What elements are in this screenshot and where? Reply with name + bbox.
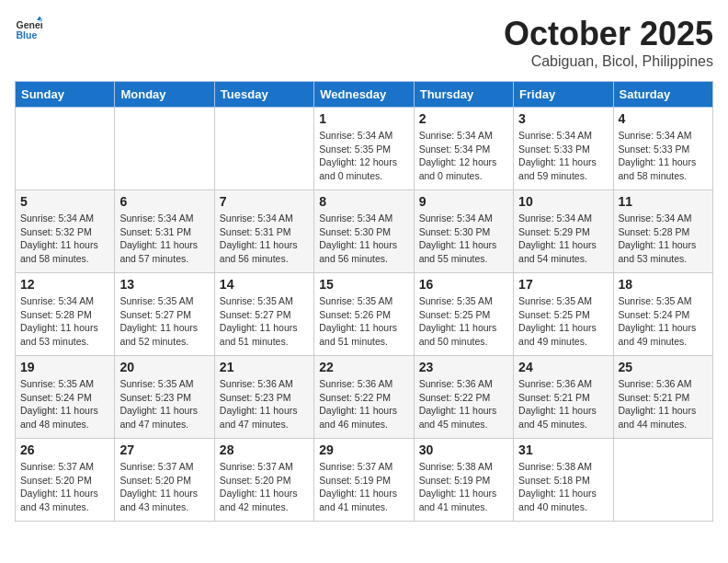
day-info: Sunrise: 5:37 AM Sunset: 5:20 PM Dayligh… (119, 460, 209, 514)
calendar-week-4: 26Sunrise: 5:37 AM Sunset: 5:20 PM Dayli… (16, 439, 713, 522)
calendar-cell (613, 439, 712, 522)
calendar-week-0: 1Sunrise: 5:34 AM Sunset: 5:35 PM Daylig… (16, 108, 713, 190)
calendar-cell (214, 108, 313, 190)
day-number: 6 (119, 194, 209, 209)
calendar-header-monday: Monday (115, 82, 214, 108)
day-info: Sunrise: 5:34 AM Sunset: 5:31 PM Dayligh… (119, 212, 209, 266)
calendar-cell: 10Sunrise: 5:34 AM Sunset: 5:29 PM Dayli… (514, 190, 613, 273)
day-number: 7 (220, 194, 309, 209)
day-number: 28 (220, 442, 309, 457)
calendar-body: 1Sunrise: 5:34 AM Sunset: 5:35 PM Daylig… (16, 108, 713, 522)
calendar-cell: 30Sunrise: 5:38 AM Sunset: 5:19 PM Dayli… (414, 439, 513, 522)
day-info: Sunrise: 5:38 AM Sunset: 5:19 PM Dayligh… (419, 460, 508, 514)
calendar-cell: 19Sunrise: 5:35 AM Sunset: 5:24 PM Dayli… (16, 356, 115, 439)
day-number: 14 (220, 277, 309, 292)
day-info: Sunrise: 5:35 AM Sunset: 5:23 PM Dayligh… (119, 377, 209, 431)
calendar-cell: 15Sunrise: 5:35 AM Sunset: 5:26 PM Dayli… (314, 273, 414, 356)
logo-icon: General Blue (15, 15, 42, 42)
calendar-header-row: SundayMondayTuesdayWednesdayThursdayFrid… (16, 82, 713, 108)
day-info: Sunrise: 5:34 AM Sunset: 5:35 PM Dayligh… (319, 129, 408, 183)
calendar-week-2: 12Sunrise: 5:34 AM Sunset: 5:28 PM Dayli… (16, 273, 713, 356)
svg-text:Blue: Blue (17, 29, 38, 40)
calendar-header-wednesday: Wednesday (314, 82, 414, 108)
day-number: 5 (20, 194, 109, 209)
location-title: Cabiguan, Bicol, Philippines (504, 53, 713, 70)
day-info: Sunrise: 5:35 AM Sunset: 5:24 PM Dayligh… (619, 294, 708, 349)
calendar-header-saturday: Saturday (613, 82, 712, 108)
calendar-cell: 23Sunrise: 5:36 AM Sunset: 5:22 PM Dayli… (414, 356, 513, 439)
calendar-cell: 9Sunrise: 5:34 AM Sunset: 5:30 PM Daylig… (414, 190, 513, 273)
calendar-cell: 25Sunrise: 5:36 AM Sunset: 5:21 PM Dayli… (613, 356, 712, 439)
calendar-cell: 3Sunrise: 5:34 AM Sunset: 5:33 PM Daylig… (514, 108, 613, 190)
day-number: 23 (419, 360, 508, 374)
calendar-cell: 18Sunrise: 5:35 AM Sunset: 5:24 PM Dayli… (613, 273, 712, 356)
day-number: 22 (319, 360, 408, 374)
calendar-cell: 8Sunrise: 5:34 AM Sunset: 5:30 PM Daylig… (314, 190, 414, 273)
day-number: 16 (419, 277, 508, 292)
calendar-cell: 31Sunrise: 5:38 AM Sunset: 5:18 PM Dayli… (514, 439, 613, 522)
month-title: October 2025 (504, 15, 713, 53)
day-number: 8 (319, 194, 408, 209)
day-info: Sunrise: 5:36 AM Sunset: 5:22 PM Dayligh… (319, 377, 408, 431)
calendar-cell: 1Sunrise: 5:34 AM Sunset: 5:35 PM Daylig… (314, 108, 414, 190)
day-info: Sunrise: 5:37 AM Sunset: 5:20 PM Dayligh… (220, 460, 309, 514)
day-info: Sunrise: 5:34 AM Sunset: 5:29 PM Dayligh… (518, 212, 608, 266)
day-info: Sunrise: 5:34 AM Sunset: 5:34 PM Dayligh… (419, 129, 508, 183)
day-number: 13 (119, 277, 209, 292)
day-info: Sunrise: 5:34 AM Sunset: 5:30 PM Dayligh… (419, 212, 508, 266)
day-number: 11 (619, 194, 708, 209)
day-info: Sunrise: 5:36 AM Sunset: 5:22 PM Dayligh… (419, 377, 508, 431)
day-info: Sunrise: 5:36 AM Sunset: 5:23 PM Dayligh… (220, 377, 309, 431)
calendar-cell (16, 108, 115, 190)
day-info: Sunrise: 5:35 AM Sunset: 5:26 PM Dayligh… (319, 294, 408, 349)
day-info: Sunrise: 5:34 AM Sunset: 5:28 PM Dayligh… (619, 212, 708, 266)
calendar-cell: 12Sunrise: 5:34 AM Sunset: 5:28 PM Dayli… (16, 273, 115, 356)
day-number: 3 (518, 111, 608, 126)
day-number: 26 (20, 442, 109, 457)
calendar-cell: 7Sunrise: 5:34 AM Sunset: 5:31 PM Daylig… (214, 190, 313, 273)
calendar-cell: 5Sunrise: 5:34 AM Sunset: 5:32 PM Daylig… (16, 190, 115, 273)
calendar-header-thursday: Thursday (414, 82, 513, 108)
day-number: 24 (518, 360, 608, 374)
day-number: 18 (619, 277, 708, 292)
calendar-cell (115, 108, 214, 190)
day-info: Sunrise: 5:38 AM Sunset: 5:18 PM Dayligh… (518, 460, 608, 514)
day-number: 15 (319, 277, 408, 292)
day-info: Sunrise: 5:37 AM Sunset: 5:20 PM Dayligh… (20, 460, 109, 514)
calendar-cell: 11Sunrise: 5:34 AM Sunset: 5:28 PM Dayli… (613, 190, 712, 273)
calendar-cell: 27Sunrise: 5:37 AM Sunset: 5:20 PM Dayli… (115, 439, 214, 522)
day-info: Sunrise: 5:35 AM Sunset: 5:27 PM Dayligh… (119, 294, 209, 349)
day-number: 30 (419, 442, 508, 457)
calendar-cell: 29Sunrise: 5:37 AM Sunset: 5:19 PM Dayli… (314, 439, 414, 522)
calendar-week-1: 5Sunrise: 5:34 AM Sunset: 5:32 PM Daylig… (16, 190, 713, 273)
day-number: 4 (619, 111, 708, 126)
calendar-cell: 2Sunrise: 5:34 AM Sunset: 5:34 PM Daylig… (414, 108, 513, 190)
calendar-cell: 22Sunrise: 5:36 AM Sunset: 5:22 PM Dayli… (314, 356, 414, 439)
calendar-header-tuesday: Tuesday (214, 82, 313, 108)
calendar-cell: 6Sunrise: 5:34 AM Sunset: 5:31 PM Daylig… (115, 190, 214, 273)
calendar-cell: 24Sunrise: 5:36 AM Sunset: 5:21 PM Dayli… (514, 356, 613, 439)
day-info: Sunrise: 5:34 AM Sunset: 5:30 PM Dayligh… (319, 212, 408, 266)
day-info: Sunrise: 5:36 AM Sunset: 5:21 PM Dayligh… (619, 377, 708, 431)
day-info: Sunrise: 5:37 AM Sunset: 5:19 PM Dayligh… (319, 460, 408, 514)
day-number: 29 (319, 442, 408, 457)
day-number: 2 (419, 111, 508, 126)
calendar-cell: 14Sunrise: 5:35 AM Sunset: 5:27 PM Dayli… (214, 273, 313, 356)
day-number: 12 (20, 277, 109, 292)
calendar-cell: 16Sunrise: 5:35 AM Sunset: 5:25 PM Dayli… (414, 273, 513, 356)
calendar-week-3: 19Sunrise: 5:35 AM Sunset: 5:24 PM Dayli… (16, 356, 713, 439)
calendar-header-friday: Friday (514, 82, 613, 108)
calendar-cell: 28Sunrise: 5:37 AM Sunset: 5:20 PM Dayli… (214, 439, 313, 522)
day-info: Sunrise: 5:34 AM Sunset: 5:32 PM Dayligh… (20, 212, 109, 266)
day-number: 19 (20, 360, 109, 374)
day-number: 27 (119, 442, 209, 457)
calendar-cell: 13Sunrise: 5:35 AM Sunset: 5:27 PM Dayli… (115, 273, 214, 356)
day-number: 31 (518, 442, 608, 457)
day-info: Sunrise: 5:35 AM Sunset: 5:24 PM Dayligh… (20, 377, 109, 431)
day-info: Sunrise: 5:35 AM Sunset: 5:27 PM Dayligh… (220, 294, 309, 349)
day-number: 21 (220, 360, 309, 374)
day-number: 9 (419, 194, 508, 209)
calendar-cell: 17Sunrise: 5:35 AM Sunset: 5:25 PM Dayli… (514, 273, 613, 356)
day-info: Sunrise: 5:35 AM Sunset: 5:25 PM Dayligh… (419, 294, 508, 349)
day-info: Sunrise: 5:34 AM Sunset: 5:28 PM Dayligh… (20, 294, 109, 349)
